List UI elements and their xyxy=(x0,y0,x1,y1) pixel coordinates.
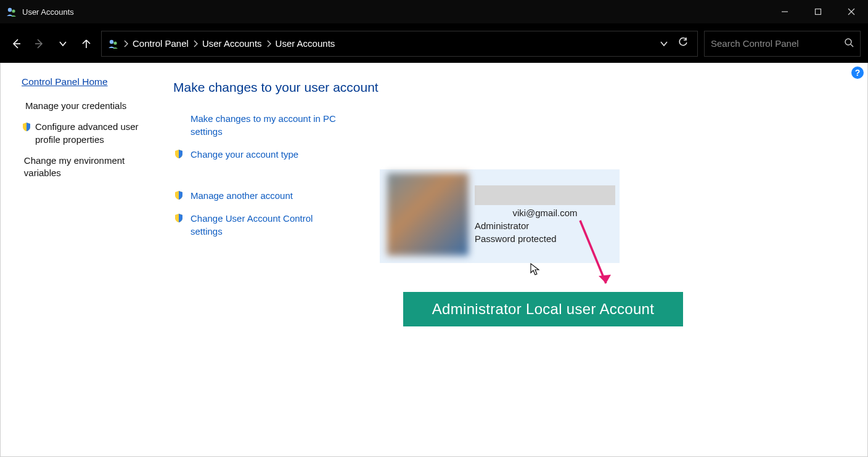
svg-point-9 xyxy=(113,41,117,44)
window-controls xyxy=(768,0,868,23)
page-heading: Make changes to your user account xyxy=(173,80,867,95)
link-change-account-type[interactable]: Change your account type xyxy=(190,148,298,161)
svg-point-10 xyxy=(845,39,851,45)
shield-icon xyxy=(173,149,184,159)
task-pc-settings[interactable]: Make changes to my account in PC setting… xyxy=(173,112,867,138)
sidebar-link-credentials[interactable]: Manage your credentials xyxy=(25,100,126,112)
back-button[interactable] xyxy=(7,35,25,52)
breadcrumb-control-panel[interactable]: Control Panel xyxy=(133,38,189,49)
address-bar[interactable]: Control Panel User Accounts User Account… xyxy=(101,31,698,57)
chevron-right-icon[interactable] xyxy=(192,39,199,48)
sidebar-item-advanced-profile[interactable]: Configure advanced user profile properti… xyxy=(22,121,147,146)
search-input[interactable] xyxy=(711,38,844,49)
close-button[interactable] xyxy=(835,0,868,23)
minimize-button[interactable] xyxy=(768,0,801,23)
shield-icon xyxy=(22,122,31,132)
recent-locations-dropdown[interactable] xyxy=(54,35,72,52)
annotation-label: Administrator Local user Account xyxy=(432,301,654,318)
link-uac-settings[interactable]: Change User Account Control settings xyxy=(190,212,338,238)
breadcrumb-user-accounts-1[interactable]: User Accounts xyxy=(202,38,262,49)
link-pc-settings[interactable]: Make changes to my account in PC setting… xyxy=(190,112,338,138)
account-protection: Password protected xyxy=(475,233,616,244)
titlebar: User Accounts xyxy=(0,0,868,23)
svg-point-0 xyxy=(8,8,12,12)
svg-rect-3 xyxy=(816,9,821,15)
address-history-dropdown[interactable] xyxy=(659,39,669,49)
sidebar-link-env-vars[interactable]: Change my environment variables xyxy=(24,155,147,180)
app-icon xyxy=(6,6,17,17)
account-role: Administrator xyxy=(475,220,616,231)
content-body: ? Control Panel Home Manage your credent… xyxy=(0,63,868,457)
account-info: viki@gmail.com Administrator Password pr… xyxy=(469,169,620,263)
account-card: viki@gmail.com Administrator Password pr… xyxy=(380,169,620,263)
search-icon[interactable] xyxy=(844,38,854,50)
search-box[interactable] xyxy=(704,31,861,57)
control-panel-home-link[interactable]: Control Panel Home xyxy=(22,76,147,87)
chevron-right-icon[interactable] xyxy=(123,39,129,48)
svg-line-11 xyxy=(851,44,853,47)
up-button[interactable] xyxy=(78,35,95,52)
svg-point-8 xyxy=(110,39,113,43)
sidebar-link-advanced-profile[interactable]: Configure advanced user profile properti… xyxy=(35,121,147,146)
shield-icon xyxy=(173,190,184,200)
chevron-right-icon[interactable] xyxy=(266,39,272,48)
refresh-button[interactable] xyxy=(678,37,689,51)
forward-button[interactable] xyxy=(31,35,48,52)
account-name-redacted xyxy=(475,185,615,205)
toolbar: Control Panel User Accounts User Account… xyxy=(0,23,868,63)
sidebar-item-credentials[interactable]: Manage your credentials xyxy=(22,100,147,112)
maximize-button[interactable] xyxy=(801,0,835,23)
breadcrumb-user-accounts-2[interactable]: User Accounts xyxy=(276,38,335,49)
annotation-callout: Administrator Local user Account xyxy=(403,292,683,326)
sidebar-item-env-vars[interactable]: Change my environment variables xyxy=(22,155,147,180)
shield-icon xyxy=(173,213,184,223)
svg-point-1 xyxy=(12,9,15,12)
task-change-account-type[interactable]: Change your account type xyxy=(173,148,867,161)
address-icon xyxy=(108,38,119,49)
account-email: viki@gmail.com xyxy=(475,208,615,218)
sidebar: Control Panel Home Manage your credentia… xyxy=(1,63,158,456)
link-manage-another[interactable]: Manage another account xyxy=(190,189,293,202)
avatar xyxy=(387,173,469,256)
window-title: User Accounts xyxy=(22,7,74,17)
